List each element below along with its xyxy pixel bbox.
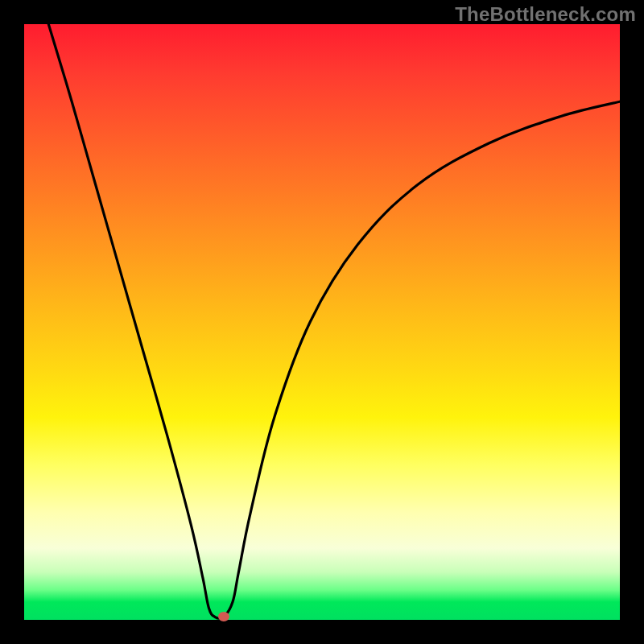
watermark-text: TheBottleneck.com <box>455 3 636 26</box>
plot-area <box>24 24 620 620</box>
minimum-marker <box>218 612 229 621</box>
bottleneck-curve <box>48 24 620 618</box>
curve-svg <box>24 24 620 620</box>
chart-frame: TheBottleneck.com <box>0 0 644 644</box>
